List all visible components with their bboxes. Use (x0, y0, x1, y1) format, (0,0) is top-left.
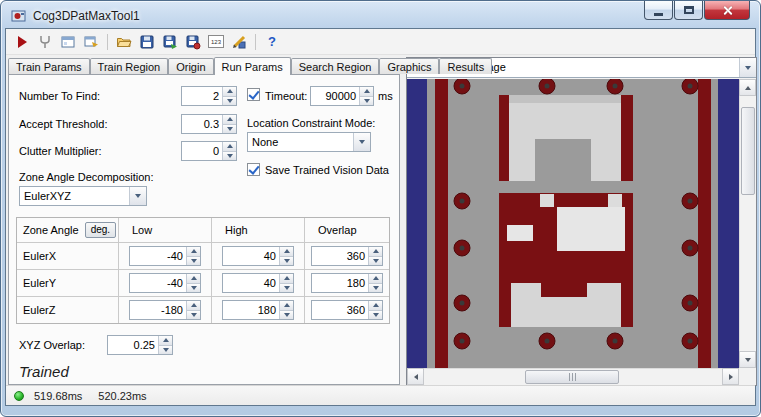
tab-graphics[interactable]: Graphics (379, 58, 439, 74)
spin-up-button[interactable] (369, 247, 382, 256)
location-constraint-combo[interactable]: None (247, 132, 371, 152)
eulery-low-spinner[interactable]: -40 (129, 273, 201, 293)
number-grid-button[interactable]: 123 (206, 32, 226, 52)
eulerx-low-value[interactable]: -40 (130, 247, 186, 265)
spin-down-button[interactable] (223, 96, 236, 106)
timeout-value[interactable]: 90000 (311, 87, 359, 105)
open-button[interactable] (114, 32, 134, 52)
spin-down-button[interactable] (369, 310, 382, 320)
scroll-up-button[interactable] (739, 79, 756, 96)
eulery-low-value[interactable]: -40 (130, 274, 186, 292)
spin-up-button[interactable] (360, 87, 373, 96)
deg-button[interactable]: deg. (85, 222, 116, 238)
eulerz-low-spinner[interactable]: -180 (129, 300, 201, 320)
vertical-scrollbar[interactable] (739, 79, 756, 368)
spin-up-button[interactable] (223, 115, 236, 124)
eulery-overlap-spinner[interactable]: 180 (311, 273, 383, 293)
tool-edit-button[interactable] (81, 32, 101, 52)
title-bar[interactable]: Cog3DPatMaxTool1 (11, 5, 630, 27)
eulerz-high-spinner[interactable]: 180 (222, 300, 294, 320)
spin-down-button[interactable] (369, 283, 382, 293)
eulerx-low-spinner[interactable]: -40 (129, 246, 201, 266)
combo-dropdown-button[interactable] (129, 187, 146, 205)
eulery-high-value[interactable]: 40 (223, 274, 279, 292)
tab-run-params[interactable]: Run Params (214, 57, 291, 75)
spin-up-button[interactable] (187, 274, 200, 283)
vertical-scroll-thumb[interactable] (741, 107, 755, 195)
measure-button[interactable] (229, 32, 249, 52)
eulerz-high-value[interactable]: 180 (223, 301, 279, 319)
spin-up-button[interactable] (159, 336, 172, 345)
combo-dropdown-button[interactable] (353, 133, 370, 151)
combo-dropdown-button[interactable] (739, 58, 756, 77)
run-button[interactable] (12, 32, 32, 52)
eulerz-overlap-spinner[interactable]: 360 (311, 300, 383, 320)
save-trained-checkbox[interactable] (247, 163, 260, 176)
image-display[interactable] (407, 79, 739, 368)
spin-up-button[interactable] (369, 301, 382, 310)
accept-threshold-value[interactable]: 0.3 (182, 115, 222, 133)
xyz-overlap-spinner[interactable]: 0.25 (107, 335, 173, 355)
spin-down-button[interactable] (369, 256, 382, 266)
save-as-button[interactable] (160, 32, 180, 52)
save-record-button[interactable] (183, 32, 203, 52)
eulerz-low-value[interactable]: -180 (130, 301, 186, 319)
zone-angle-decomposition-combo[interactable]: EulerXYZ (19, 186, 147, 206)
spin-down-button[interactable] (187, 256, 200, 266)
tab-origin[interactable]: Origin (168, 58, 213, 74)
scroll-left-button[interactable] (407, 368, 424, 385)
tab-train-params[interactable]: Train Params (8, 58, 90, 74)
tool-window-button[interactable] (58, 32, 78, 52)
maximize-button[interactable] (674, 1, 703, 20)
spin-down-button[interactable] (280, 283, 293, 293)
accept-threshold-spinner[interactable]: 0.3 (181, 114, 237, 134)
spin-up-button[interactable] (280, 274, 293, 283)
tab-search-region[interactable]: Search Region (291, 58, 380, 74)
spin-down-button[interactable] (187, 310, 200, 320)
xyz-overlap-label: XYZ Overlap: (19, 339, 85, 351)
spin-up-button[interactable] (280, 247, 293, 256)
eulerz-overlap-value[interactable]: 360 (312, 301, 368, 319)
eulery-overlap-value[interactable]: 180 (312, 274, 368, 292)
timeout-spinner[interactable]: 90000 (310, 86, 374, 106)
spin-down-button[interactable] (280, 256, 293, 266)
number-to-find-value[interactable]: 2 (182, 87, 222, 105)
eulerx-overlap-spinner[interactable]: 360 (311, 246, 383, 266)
spin-up-button[interactable] (280, 301, 293, 310)
clutter-multiplier-value[interactable]: 0 (182, 142, 222, 160)
xyz-overlap-value[interactable]: 0.25 (108, 336, 158, 354)
tab-results[interactable]: Results (439, 58, 492, 74)
spin-down-button[interactable] (187, 283, 200, 293)
tab-train-region[interactable]: Train Region (90, 58, 169, 74)
spin-down-button[interactable] (159, 345, 172, 355)
help-button[interactable]: ? (262, 32, 282, 52)
spin-up-button[interactable] (187, 247, 200, 256)
horizontal-scroll-thumb[interactable] (525, 370, 619, 384)
horizontal-scrollbar[interactable] (407, 368, 739, 385)
eulerx-high-value[interactable]: 40 (223, 247, 279, 265)
timeout-unit-label: ms (378, 90, 393, 102)
spin-up-button[interactable] (223, 142, 236, 151)
spin-down-button[interactable] (280, 310, 293, 320)
timeout-checkbox[interactable] (247, 88, 260, 101)
close-button[interactable] (704, 1, 750, 20)
number-to-find-spinner[interactable]: 2 (181, 86, 237, 106)
scroll-right-button[interactable] (722, 368, 739, 385)
electrode-button[interactable] (35, 32, 55, 52)
minimize-button[interactable] (644, 1, 673, 20)
spin-down-button[interactable] (360, 96, 373, 106)
eulerx-overlap-value[interactable]: 360 (312, 247, 368, 265)
eulery-high-spinner[interactable]: 40 (222, 273, 294, 293)
spin-down-button[interactable] (223, 124, 236, 134)
spin-up-button[interactable] (369, 274, 382, 283)
spinner-arrows (359, 87, 373, 105)
spin-up-button[interactable] (187, 301, 200, 310)
scroll-down-button[interactable] (739, 351, 756, 368)
spin-up-button[interactable] (223, 87, 236, 96)
clutter-multiplier-spinner[interactable]: 0 (181, 141, 237, 161)
save-icon (139, 34, 155, 50)
save-button[interactable] (137, 32, 157, 52)
spin-down-button[interactable] (223, 151, 236, 161)
eulerx-high-spinner[interactable]: 40 (222, 246, 294, 266)
save-record-icon (185, 34, 201, 50)
